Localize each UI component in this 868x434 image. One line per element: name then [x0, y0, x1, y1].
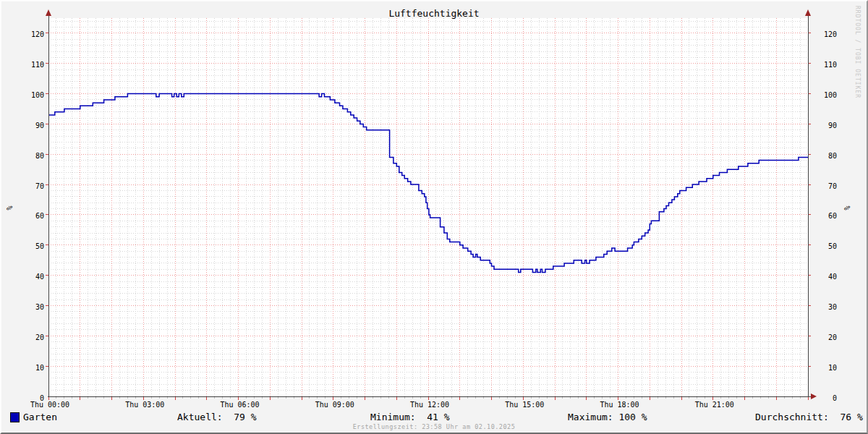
chart-canvas: [0, 0, 868, 434]
y-tick-label: 90: [814, 122, 837, 129]
y-tick-label: 80: [0, 152, 44, 160]
y-tick-label: 90: [0, 122, 44, 129]
y-tick-label: 40: [0, 273, 44, 281]
y-tick-label: 110: [0, 61, 44, 69]
y-axis-unit-right: %: [843, 205, 851, 210]
y-tick-label: 100: [0, 91, 44, 99]
y-tick-label: 70: [814, 182, 837, 190]
y-tick-label: 120: [814, 30, 837, 38]
y-tick-label: 110: [814, 61, 837, 69]
y-tick-label: 70: [0, 182, 44, 190]
y-tick-label: 120: [0, 30, 44, 38]
y-tick-label: 100: [814, 91, 837, 99]
chart-title: Luftfeuchtigkeit: [1, 8, 867, 19]
rrdtool-watermark: RRDTOOL / TOBI OETIKER: [854, 6, 861, 98]
y-tick-label: 40: [814, 273, 837, 281]
legend-series-name: Garten: [23, 412, 57, 422]
y-tick-label: 30: [814, 303, 837, 311]
x-tick-label: Thu 06:00: [220, 401, 259, 409]
rrdtool-graph-frame: Luftfeuchtigkeit % % 0102030405060708090…: [0, 0, 868, 434]
x-tick-label: Thu 03:00: [125, 401, 164, 409]
y-tick-label: 10: [0, 364, 44, 372]
x-tick-label: Thu 15:00: [505, 401, 544, 409]
y-tick-label: 60: [814, 212, 837, 220]
stat-minimum: Minimum: 41 %: [370, 412, 450, 422]
x-tick-label: Thu 00:00: [30, 401, 69, 409]
stat-durchschnitt: Durchschnitt: 76 %: [755, 412, 863, 422]
y-tick-label: 10: [814, 364, 837, 372]
y-axis-unit-left: %: [6, 205, 14, 210]
x-tick-label: Thu 18:00: [600, 401, 639, 409]
y-tick-label: 0: [814, 394, 837, 402]
y-tick-label: 80: [814, 152, 837, 160]
creation-timestamp: Erstellungszeit: 23:58 Uhr am 02.10.2025: [1, 423, 867, 430]
y-tick-label: 30: [0, 303, 44, 311]
x-tick-label: Thu 12:00: [410, 401, 449, 409]
x-tick-label: Thu 21:00: [695, 401, 734, 409]
stat-maximum: Maximum: 100 %: [568, 412, 647, 422]
y-tick-label: 50: [814, 242, 837, 250]
y-tick-label: 20: [0, 333, 44, 341]
y-tick-label: 20: [814, 333, 837, 341]
x-tick-label: Thu 09:00: [315, 401, 354, 409]
stat-aktuell: Aktuell: 79 %: [177, 412, 257, 422]
legend-swatch: [10, 412, 20, 422]
y-tick-label: 60: [0, 212, 44, 220]
y-tick-label: 50: [0, 242, 44, 250]
